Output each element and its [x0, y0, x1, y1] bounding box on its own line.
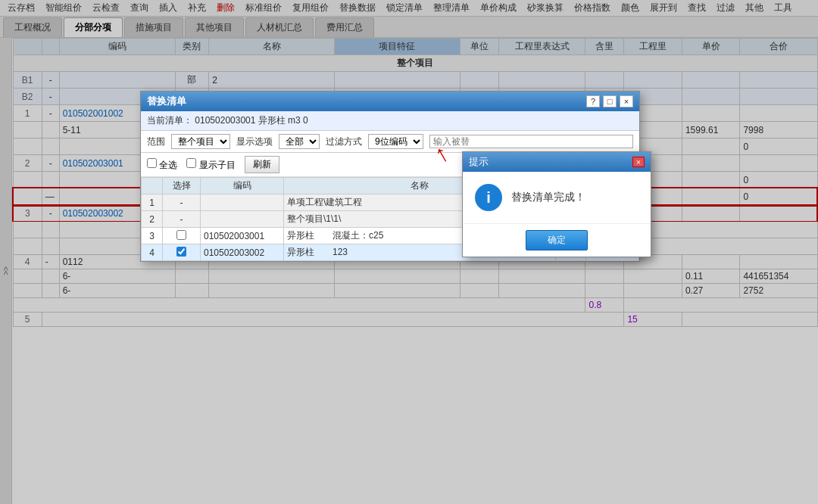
- row-code: 010502003002: [201, 244, 284, 261]
- row-checkbox[interactable]: [176, 247, 186, 257]
- info-icon: i: [475, 184, 502, 211]
- row-checkbox-cell: [163, 228, 201, 244]
- confirm-button[interactable]: 确定: [526, 230, 588, 250]
- search-input[interactable]: [429, 135, 633, 148]
- hint-dialog: 提示 × i 替换清单完成！ 确定: [462, 151, 651, 257]
- minimize-button[interactable]: □: [603, 95, 617, 107]
- row-checkbox[interactable]: [176, 230, 186, 240]
- dialog-toolbar: 范围 整个项目 显示选项 全部 过滤方式 9位编码: [141, 131, 639, 153]
- close-dialog-button[interactable]: ×: [620, 95, 633, 107]
- check-all-checkbox[interactable]: [147, 158, 157, 168]
- row-code: [201, 211, 284, 228]
- dialog-col-code: 编码: [201, 178, 284, 194]
- filter-select[interactable]: 9位编码: [368, 134, 423, 149]
- hint-close-button[interactable]: ×: [632, 157, 645, 167]
- help-button[interactable]: ?: [586, 95, 600, 107]
- row-seq: 2: [142, 211, 163, 228]
- filter-label: 过滤方式: [326, 135, 362, 148]
- replace-dialog-title-bar: 替换清单 ? □ ×: [141, 92, 639, 111]
- hint-message: 替换清单完成！: [511, 191, 585, 204]
- row-seq: 3: [142, 228, 163, 244]
- display-label: 显示选项: [236, 135, 273, 148]
- row-checkbox-cell: -: [163, 194, 201, 211]
- hint-title: 提示: [469, 155, 489, 169]
- show-child-label[interactable]: 显示子目: [186, 158, 235, 172]
- dialog-col-select: 选择: [163, 178, 201, 194]
- row-checkbox-cell: -: [163, 211, 201, 228]
- range-select[interactable]: 整个项目: [171, 134, 230, 149]
- replace-dialog-title: 替换清单: [147, 95, 186, 108]
- current-row-info: 当前清单： 010502003001 异形柱 m3 0: [141, 111, 639, 131]
- current-value: 010502003001 异形柱 m3 0: [195, 115, 308, 126]
- range-label: 范围: [147, 135, 165, 148]
- row-checkbox-cell: [163, 244, 201, 261]
- dialog-col-seq: [142, 178, 163, 194]
- current-label: 当前清单：: [147, 115, 192, 126]
- row-code: [201, 194, 284, 211]
- check-all-label[interactable]: 全选: [147, 158, 177, 172]
- show-child-checkbox[interactable]: [186, 158, 196, 168]
- hint-body: i 替换清单完成！: [463, 172, 651, 223]
- row-seq: 4: [142, 244, 163, 261]
- row-seq: 1: [142, 194, 163, 211]
- replace-dialog-controls: ? □ ×: [586, 95, 633, 107]
- row-code: 010502003001: [201, 228, 284, 244]
- display-select[interactable]: 全部: [279, 134, 320, 149]
- hint-title-bar: 提示 ×: [463, 152, 651, 172]
- hint-footer: 确定: [463, 223, 651, 257]
- refresh-button[interactable]: 刷新: [245, 156, 279, 173]
